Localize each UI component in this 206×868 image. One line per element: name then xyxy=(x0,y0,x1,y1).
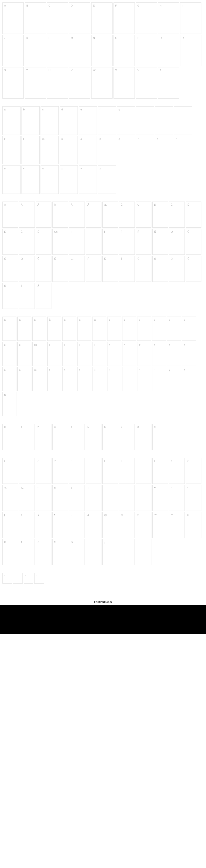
char-cell: ° xyxy=(24,573,33,584)
char-label: L xyxy=(48,36,50,39)
char-label: Y xyxy=(137,69,139,72)
char-label: ¢ xyxy=(21,540,22,544)
char-cell: a xyxy=(2,106,21,135)
char-label: Í xyxy=(88,230,88,233)
char-cell: ý xyxy=(167,367,181,391)
char-label: < xyxy=(171,459,172,462)
char-label: ~ xyxy=(36,575,37,577)
char-label: n xyxy=(61,137,63,141)
char-label: 7 xyxy=(121,426,122,429)
char-label: l xyxy=(23,137,24,141)
char-label: Ď xyxy=(154,203,156,206)
char-cell: B xyxy=(25,2,46,34)
char-label: f xyxy=(100,108,100,111)
char-label: õ xyxy=(19,369,21,371)
char-cell: ň xyxy=(107,342,121,366)
char-label: Ó xyxy=(4,257,6,260)
char-label: / xyxy=(171,487,171,489)
char-cell: ů xyxy=(137,367,151,391)
char-label: ] xyxy=(121,459,122,462)
char-label: ó xyxy=(169,343,170,346)
char-label: Ã xyxy=(88,203,89,206)
char-label: 6 xyxy=(104,426,106,429)
char-label: 0 xyxy=(4,426,6,429)
char-cell: 9 xyxy=(152,424,168,450)
char-cell: Ď xyxy=(152,202,168,228)
char-label: ẞ xyxy=(71,540,73,544)
char-cell: v xyxy=(22,165,40,194)
char-cell: õ xyxy=(18,367,31,391)
char-cell: ¿ xyxy=(36,458,52,484)
char-label: V xyxy=(71,69,72,72)
char-cell: U xyxy=(47,67,68,99)
char-cell: b xyxy=(22,106,40,135)
char-cell: Y xyxy=(136,67,157,99)
char-cell: # xyxy=(19,512,35,538)
char-label: Ë xyxy=(4,230,6,233)
char-cell: ž xyxy=(182,367,196,391)
char-label: 9 xyxy=(154,426,156,429)
char-label: w xyxy=(42,167,44,170)
char-cell: & xyxy=(86,512,101,538)
char-label: ® xyxy=(137,514,139,517)
char-label: g xyxy=(118,108,120,111)
char-cell: Ô xyxy=(36,256,52,282)
char-label: M xyxy=(71,36,73,39)
char-cell: Â xyxy=(69,202,85,228)
char-cell: ô xyxy=(2,367,16,391)
char-label: ù xyxy=(94,369,95,371)
char-cell: Ê xyxy=(19,228,35,255)
char-label: £ xyxy=(37,540,39,544)
char-cell: Ř xyxy=(86,256,101,282)
char-cell: L xyxy=(47,35,68,66)
char-label: @ xyxy=(104,514,107,517)
char-cell: I xyxy=(180,2,201,34)
char-cell: Ö xyxy=(19,256,35,282)
char-cell: à xyxy=(2,316,16,341)
char-cell: f xyxy=(98,106,116,135)
char-cell: V xyxy=(69,67,90,99)
char-cell: ! xyxy=(19,458,35,484)
char-label: 8 xyxy=(137,426,139,429)
char-cell: M xyxy=(69,35,90,66)
char-label: × xyxy=(54,487,56,489)
char-label: K xyxy=(26,36,28,39)
char-cell: À xyxy=(2,202,18,228)
char-group: ¡!¿?()[]{}<>%‰*×÷+-—_=/\|#§¶µ&@©®™℠$€¢£¥… xyxy=(2,458,204,566)
char-label: Ů xyxy=(187,257,189,260)
char-cell: Ç xyxy=(136,202,151,228)
char-cell: ì xyxy=(47,342,61,366)
char-label: A xyxy=(4,4,6,7)
char-label: . xyxy=(88,540,88,544)
char-cell: Ú xyxy=(152,256,168,282)
char-cell: n xyxy=(60,136,78,164)
char-cell: ℠ xyxy=(169,512,185,538)
char-label: F xyxy=(115,4,117,7)
char-label: k xyxy=(4,137,6,141)
char-cell: H xyxy=(158,2,179,34)
char-label: ď xyxy=(139,318,141,321)
char-label: Ï xyxy=(104,230,105,233)
char-label: ø xyxy=(139,343,141,346)
char-label: U xyxy=(48,69,50,72)
char-label: Ch xyxy=(54,230,58,233)
char-label: q xyxy=(118,137,120,141)
char-label: : xyxy=(121,540,122,544)
char-cell: Z xyxy=(158,67,179,99)
char-label: í xyxy=(64,343,65,346)
char-label: o xyxy=(80,137,82,141)
char-label: ™ xyxy=(154,514,157,517)
char-label: î xyxy=(94,343,95,346)
char-label: - xyxy=(104,487,105,489)
char-label: Ě xyxy=(37,230,39,233)
char-label: Ê xyxy=(21,230,23,233)
char-label: ä xyxy=(34,318,35,321)
char-cell: ü xyxy=(122,367,136,391)
char-cell: y xyxy=(79,165,97,194)
char-label: e xyxy=(80,108,82,111)
char-cell: P xyxy=(136,35,157,66)
char-cell: — xyxy=(119,485,135,511)
char-label: j xyxy=(176,108,176,111)
char-cell: l xyxy=(22,136,40,164)
char-cell: ä xyxy=(32,316,46,341)
